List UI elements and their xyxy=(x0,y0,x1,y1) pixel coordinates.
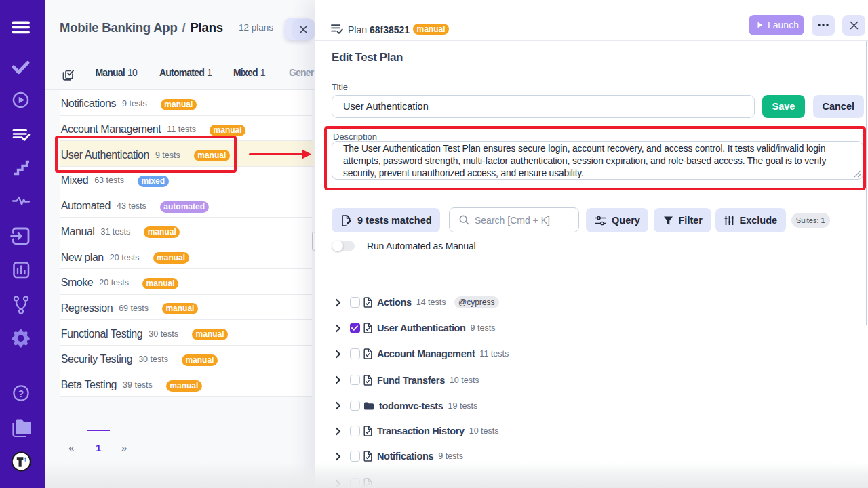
svg-text:?: ? xyxy=(18,388,24,399)
